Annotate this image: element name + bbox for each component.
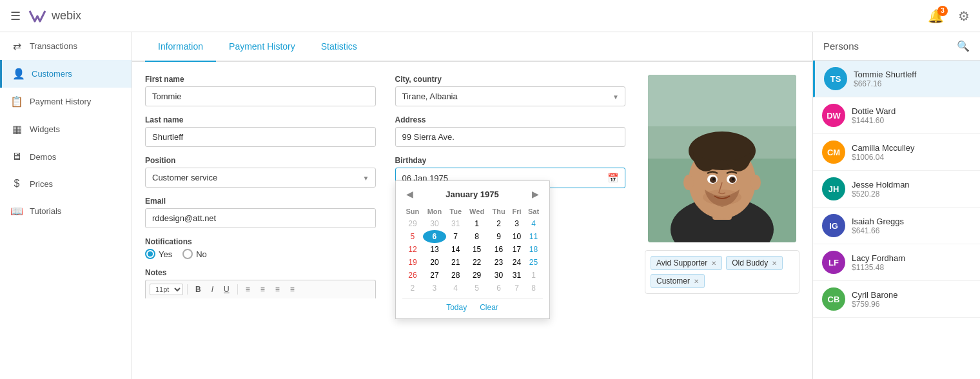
calendar-week-row: 567891011 bbox=[402, 230, 543, 243]
city-country-select[interactable]: Tirane, Albania bbox=[395, 86, 626, 106]
calendar-day[interactable]: 20 bbox=[423, 256, 446, 269]
logo: webix bbox=[27, 6, 81, 26]
calendar-clear-button[interactable]: Clear bbox=[480, 303, 498, 312]
person-item[interactable]: TSTommie Shurtleff$667.16 bbox=[813, 61, 980, 97]
radio-yes-text: Yes bbox=[159, 249, 172, 259]
tag-customer-close[interactable]: ✕ bbox=[694, 278, 699, 285]
calendar-icon[interactable]: 📅 bbox=[607, 173, 618, 183]
italic-button[interactable]: I bbox=[208, 283, 217, 296]
address-input[interactable] bbox=[395, 127, 626, 147]
calendar-day[interactable]: 2 bbox=[402, 282, 424, 295]
calendar-day[interactable]: 14 bbox=[446, 243, 466, 256]
person-item[interactable]: CBCyril Barone$759.96 bbox=[813, 281, 980, 318]
calendar-day[interactable]: 8 bbox=[466, 230, 489, 243]
person-item[interactable]: IGIsaiah Greggs$641.66 bbox=[813, 208, 980, 244]
sidebar-item-tutorials[interactable]: 📖 Tutorials bbox=[0, 197, 132, 225]
calendar-week-row: 12131415161718 bbox=[402, 243, 543, 256]
calendar-day[interactable]: 10 bbox=[509, 230, 525, 243]
calendar-day[interactable]: 15 bbox=[466, 243, 489, 256]
calendar-day[interactable]: 18 bbox=[524, 243, 542, 256]
svg-point-14 bbox=[712, 178, 715, 180]
calendar-day[interactable]: 16 bbox=[489, 243, 509, 256]
tag-old-buddy-close[interactable]: ✕ bbox=[772, 260, 777, 267]
tag-avid-supporter-close[interactable]: ✕ bbox=[711, 260, 716, 267]
person-info: Lacy Fordham$1135.48 bbox=[852, 253, 971, 272]
calendar-day[interactable]: 9 bbox=[489, 230, 509, 243]
font-size-select[interactable]: 11pt12pt14pt bbox=[150, 284, 183, 295]
sidebar-item-demos[interactable]: 🖥 Demos bbox=[0, 143, 132, 170]
calendar-day[interactable]: 25 bbox=[524, 256, 542, 269]
person-item[interactable]: LFLacy Fordham$1135.48 bbox=[813, 244, 980, 281]
calendar-day[interactable]: 2 bbox=[489, 217, 509, 230]
calendar-next-button[interactable]: ▶ bbox=[528, 188, 543, 200]
calendar-day[interactable]: 27 bbox=[423, 269, 446, 282]
align-left-button[interactable]: ≡ bbox=[242, 283, 254, 296]
email-input[interactable] bbox=[145, 208, 376, 228]
sidebar-item-customers[interactable]: 👤 Customers bbox=[0, 60, 132, 88]
underline-button[interactable]: U bbox=[220, 283, 233, 296]
radio-no-label[interactable]: No bbox=[182, 249, 207, 259]
calendar-day[interactable]: 23 bbox=[489, 256, 509, 269]
calendar-day[interactable]: 13 bbox=[423, 243, 446, 256]
persons-search-icon[interactable]: 🔍 bbox=[957, 40, 970, 52]
calendar-day[interactable]: 5 bbox=[466, 282, 489, 295]
align-justify-button[interactable]: ≡ bbox=[286, 283, 299, 296]
tab-statistics[interactable]: Statistics bbox=[308, 32, 370, 62]
first-name-input[interactable] bbox=[145, 86, 376, 106]
persons-list: TSTommie Shurtleff$667.16DWDottie Ward$1… bbox=[813, 61, 980, 379]
radio-yes-label[interactable]: Yes bbox=[145, 249, 172, 259]
calendar-today-button[interactable]: Today bbox=[446, 303, 467, 312]
person-info: Isaiah Greggs$641.66 bbox=[852, 217, 971, 235]
calendar-day[interactable]: 11 bbox=[524, 230, 542, 243]
calendar-day[interactable]: 19 bbox=[402, 256, 424, 269]
radio-group: Yes No bbox=[145, 249, 376, 259]
calendar-day[interactable]: 30 bbox=[489, 269, 509, 282]
calendar-day[interactable]: 31 bbox=[446, 217, 466, 230]
calendar-day[interactable]: 4 bbox=[524, 217, 542, 230]
calendar-day[interactable]: 29 bbox=[466, 269, 489, 282]
align-center-button[interactable]: ≡ bbox=[257, 283, 269, 296]
position-select[interactable]: Customer service Manager Developer Desig… bbox=[145, 168, 376, 188]
email-label: Email bbox=[145, 197, 376, 206]
photo-container bbox=[648, 75, 796, 242]
sidebar-item-prices[interactable]: $ Prices bbox=[0, 170, 132, 197]
calendar-day[interactable]: 17 bbox=[509, 243, 525, 256]
calendar-day[interactable]: 29 bbox=[402, 217, 424, 230]
person-item[interactable]: DWDottie Ward$1441.60 bbox=[813, 97, 980, 134]
person-item[interactable]: CMCamilla Mcculley$1006.04 bbox=[813, 134, 980, 171]
calendar-day[interactable]: 8 bbox=[524, 282, 542, 295]
calendar-day[interactable]: 3 bbox=[423, 282, 446, 295]
calendar-day[interactable]: 12 bbox=[402, 243, 424, 256]
calendar-day[interactable]: 30 bbox=[423, 217, 446, 230]
calendar-day[interactable]: 3 bbox=[509, 217, 525, 230]
menu-icon[interactable]: ☰ bbox=[10, 9, 21, 23]
person-item[interactable]: JHJesse Holdman$520.28 bbox=[813, 171, 980, 208]
person-name: Tommie Shurtleff bbox=[854, 70, 971, 79]
calendar-day[interactable]: 7 bbox=[446, 230, 466, 243]
sidebar-item-transactions[interactable]: ⇄ Transactions bbox=[0, 32, 132, 60]
last-name-input[interactable] bbox=[145, 127, 376, 147]
calendar-day[interactable]: 6 bbox=[489, 282, 509, 295]
bell-button[interactable]: 🔔 3 bbox=[928, 8, 944, 24]
sidebar-item-widgets[interactable]: ▦ Widgets bbox=[0, 115, 132, 143]
calendar-day[interactable]: 28 bbox=[446, 269, 466, 282]
calendar-day[interactable]: 6 bbox=[423, 230, 446, 243]
calendar-day[interactable]: 21 bbox=[446, 256, 466, 269]
calendar-day[interactable]: 26 bbox=[402, 269, 424, 282]
calendar-prev-button[interactable]: ◀ bbox=[402, 188, 417, 200]
tab-information[interactable]: Information bbox=[145, 32, 216, 62]
align-right-button[interactable]: ≡ bbox=[271, 283, 284, 296]
calendar-day[interactable]: 7 bbox=[509, 282, 525, 295]
calendar-day[interactable]: 1 bbox=[466, 217, 489, 230]
bold-button[interactable]: B bbox=[191, 283, 205, 296]
calendar-day[interactable]: 31 bbox=[509, 269, 525, 282]
calendar-day[interactable]: 24 bbox=[509, 256, 525, 269]
gear-icon[interactable]: ⚙ bbox=[958, 8, 970, 24]
calendar-day[interactable]: 1 bbox=[524, 269, 542, 282]
form-photo-column: Avid Supporter ✕ Old Buddy ✕ Customer ✕ bbox=[645, 75, 799, 366]
tab-payment-history[interactable]: Payment History bbox=[216, 32, 308, 62]
calendar-day[interactable]: 22 bbox=[466, 256, 489, 269]
calendar-day[interactable]: 4 bbox=[446, 282, 466, 295]
sidebar-item-payment-history[interactable]: 📋 Payment History bbox=[0, 88, 132, 115]
calendar-day[interactable]: 5 bbox=[402, 230, 424, 243]
